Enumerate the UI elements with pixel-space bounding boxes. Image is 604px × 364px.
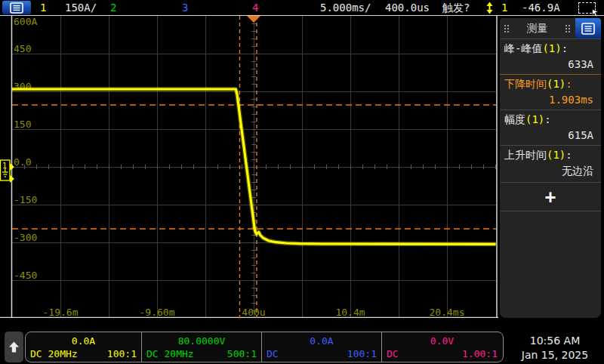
y-axis-label: 450 bbox=[14, 43, 31, 54]
hamburger-list-icon bbox=[10, 2, 23, 14]
measurement-colon: : bbox=[565, 78, 572, 90]
channel4-coupling: DC bbox=[387, 348, 399, 359]
measurement-value: 1.903ms bbox=[504, 91, 596, 106]
measurement-row-rise-time[interactable]: 上升时间(1): 无边沿 bbox=[500, 145, 601, 182]
x-axis-label: -9.60m bbox=[140, 307, 175, 318]
panel-title: 测量 bbox=[510, 22, 565, 35]
channel1-scale[interactable]: 150A/ bbox=[65, 2, 97, 14]
channel3-probe-ratio: 100:1 bbox=[347, 348, 377, 359]
time-text: 10:56 AM bbox=[507, 334, 602, 348]
channel4-offset: 0.0V bbox=[387, 335, 498, 347]
top-status-bar: 1 150A/ 2 3 4 5.000ms/ 400.0us 触发? 1 -46… bbox=[0, 0, 604, 15]
up-arrow-icon bbox=[8, 341, 20, 353]
channel1-offset: 0.0A bbox=[30, 335, 137, 347]
x-axis-label: 400u bbox=[242, 307, 265, 318]
trigger-source-badge[interactable]: 1 bbox=[501, 2, 507, 14]
channel3-badge[interactable]: 3 bbox=[182, 2, 188, 14]
channel1-coupling: DC 20MHz bbox=[30, 348, 78, 359]
measurement-panel: 测量 峰-峰值(1): 633A 下降时间(1): 1.903ms 幅度(1):… bbox=[500, 18, 601, 318]
channel2-coupling: DC 20MHz bbox=[146, 348, 194, 359]
channel4-status-box[interactable]: 0.0V DC 1.00:1 bbox=[381, 332, 502, 362]
plus-icon: + bbox=[545, 187, 556, 208]
channel3-coupling: DC bbox=[267, 348, 279, 359]
channel-status-strip: 0.0A DC 20MHz 100:1 80.0000V DC 20MHz 50… bbox=[25, 332, 504, 362]
channel2-offset: 80.0000V bbox=[146, 335, 257, 347]
panel-menu-button[interactable] bbox=[575, 18, 601, 39]
measurement-channel-tag: (1) bbox=[547, 78, 565, 90]
x-axis-label: 20.4ms bbox=[430, 307, 465, 318]
channel1-status-box[interactable]: 0.0A DC 20MHz 100:1 bbox=[26, 332, 141, 362]
measurement-channel-tag: (1) bbox=[525, 113, 544, 125]
measurement-row-peak-peak[interactable]: 峰-峰值(1): 633A bbox=[500, 39, 601, 74]
measurement-value: 633A bbox=[504, 56, 596, 70]
y-axis-label: 600A bbox=[14, 16, 37, 27]
measurement-label: 上升时间 bbox=[504, 149, 547, 161]
y-axis-label: 150 bbox=[14, 119, 31, 130]
channel1-badge[interactable]: 1 bbox=[40, 2, 46, 14]
x-axis-label: -19.6m bbox=[43, 307, 79, 318]
scope-graticule: 600A4503001500.0-150-300-450-19.6m-9.60m… bbox=[0, 16, 498, 318]
expand-up-button[interactable] bbox=[5, 332, 23, 362]
x-axis-label: 10.4m bbox=[335, 307, 365, 318]
delay-readout[interactable]: 400.0us bbox=[385, 2, 430, 14]
channel2-probe-ratio: 500:1 bbox=[227, 348, 257, 359]
y-axis-label: -450 bbox=[14, 270, 37, 281]
measurement-channel-tag: (1) bbox=[547, 149, 565, 161]
channel4-badge[interactable]: 4 bbox=[252, 2, 258, 14]
region-select-cursor-icon[interactable] bbox=[578, 2, 596, 14]
channel2-status-box[interactable]: 80.0000V DC 20MHz 500:1 bbox=[141, 332, 261, 362]
channel1-probe-ratio: 100:1 bbox=[107, 348, 137, 359]
channel2-badge[interactable]: 2 bbox=[110, 2, 116, 14]
y-axis-label: -300 bbox=[14, 232, 37, 243]
trigger-status-label: 触发? bbox=[442, 2, 470, 15]
measurement-label: 幅度 bbox=[504, 113, 525, 125]
measurement-value: 615A bbox=[504, 127, 596, 141]
add-measurement-button[interactable]: + bbox=[500, 182, 601, 211]
measurement-colon: : bbox=[544, 113, 550, 125]
y-axis-label: 0.0 bbox=[14, 156, 31, 168]
channel1-marker-number: 1 bbox=[2, 162, 7, 170]
timebase-readout[interactable]: 5.000ms/ bbox=[320, 2, 371, 14]
clock-display[interactable]: 10:56 AM Jan 15, 2025 bbox=[507, 334, 602, 362]
hamburger-list-icon bbox=[581, 23, 595, 35]
measurement-row-amplitude[interactable]: 幅度(1): 615A bbox=[500, 110, 601, 145]
measurement-colon: : bbox=[565, 149, 572, 161]
y-axis-label: -150 bbox=[14, 194, 37, 205]
measurement-channel-tag: (1) bbox=[542, 42, 561, 54]
measurement-row-fall-time[interactable]: 下降时间(1): 1.903ms bbox=[500, 74, 601, 110]
measurement-label: 峰-峰值 bbox=[504, 42, 542, 54]
channel3-offset: 0.0A bbox=[267, 335, 377, 347]
channel4-probe-ratio: 1.00:1 bbox=[462, 348, 498, 359]
date-text: Jan 15, 2025 bbox=[507, 348, 602, 362]
measurement-label: 下降时间 bbox=[504, 78, 547, 90]
trigger-time-marker bbox=[247, 16, 260, 23]
drag-handle-icon[interactable] bbox=[565, 24, 571, 33]
measurement-colon: : bbox=[562, 42, 568, 54]
trigger-level-readout[interactable]: -46.9A bbox=[522, 2, 560, 14]
main-menu-button[interactable] bbox=[2, 1, 31, 14]
scope-display[interactable]: 600A4503001500.0-150-300-450-19.6m-9.60m… bbox=[0, 16, 498, 318]
drag-handle-icon[interactable] bbox=[504, 24, 510, 33]
measurement-value: 无边沿 bbox=[504, 162, 596, 178]
channel3-status-box[interactable]: 0.0A DC 100:1 bbox=[261, 332, 381, 362]
